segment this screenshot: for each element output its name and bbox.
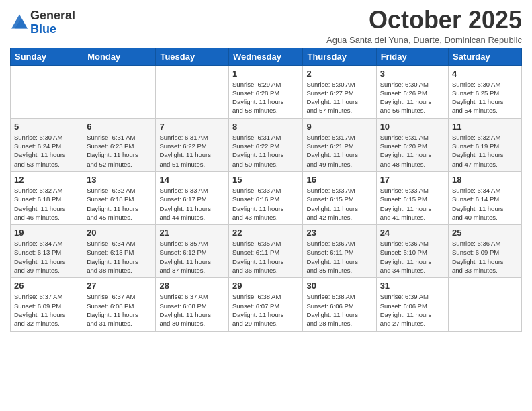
day-number: 14 <box>159 175 225 185</box>
day-info: Sunrise: 6:31 AMSunset: 6:22 PMDaylight:… <box>159 133 225 169</box>
logo: General Blue <box>10 9 75 36</box>
calendar-cell: 10Sunrise: 6:31 AMSunset: 6:20 PMDayligh… <box>376 118 448 171</box>
calendar-week-row: 12Sunrise: 6:32 AMSunset: 6:18 PMDayligh… <box>11 171 522 224</box>
calendar-cell: 29Sunrise: 6:38 AMSunset: 6:07 PMDayligh… <box>229 278 303 331</box>
subtitle: Agua Santa del Yuna, Duarte, Dominican R… <box>326 35 522 45</box>
day-info: Sunrise: 6:33 AMSunset: 6:15 PMDaylight:… <box>306 186 372 222</box>
day-info: Sunrise: 6:32 AMSunset: 6:19 PMDaylight:… <box>452 133 518 169</box>
day-number: 10 <box>380 122 445 132</box>
day-number: 15 <box>232 175 299 185</box>
day-info: Sunrise: 6:36 AMSunset: 6:09 PMDaylight:… <box>452 239 518 275</box>
calendar-cell: 22Sunrise: 6:35 AMSunset: 6:11 PMDayligh… <box>229 225 303 278</box>
logo-icon <box>11 14 28 29</box>
calendar-cell: 19Sunrise: 6:34 AMSunset: 6:13 PMDayligh… <box>11 225 83 278</box>
calendar-cell: 25Sunrise: 6:36 AMSunset: 6:09 PMDayligh… <box>449 225 522 278</box>
day-number: 11 <box>452 122 518 132</box>
day-number: 31 <box>380 281 445 291</box>
calendar-week-row: 26Sunrise: 6:37 AMSunset: 6:09 PMDayligh… <box>11 278 522 331</box>
calendar-cell: 13Sunrise: 6:32 AMSunset: 6:18 PMDayligh… <box>83 171 156 224</box>
calendar-cell <box>83 65 156 118</box>
logo-general-text: General <box>30 9 75 22</box>
calendar-week-row: 1Sunrise: 6:29 AMSunset: 6:28 PMDaylight… <box>11 65 522 118</box>
calendar-cell: 9Sunrise: 6:31 AMSunset: 6:21 PMDaylight… <box>303 118 376 171</box>
calendar-cell: 23Sunrise: 6:36 AMSunset: 6:11 PMDayligh… <box>303 225 376 278</box>
calendar-cell: 5Sunrise: 6:30 AMSunset: 6:24 PMDaylight… <box>11 118 83 171</box>
day-info: Sunrise: 6:30 AMSunset: 6:25 PMDaylight:… <box>452 80 518 116</box>
calendar-week-row: 5Sunrise: 6:30 AMSunset: 6:24 PMDaylight… <box>11 118 522 171</box>
day-number: 5 <box>14 122 79 132</box>
day-of-week-header: Wednesday <box>229 48 303 65</box>
calendar-cell: 18Sunrise: 6:34 AMSunset: 6:14 PMDayligh… <box>449 171 522 224</box>
day-number: 30 <box>306 281 372 291</box>
day-number: 2 <box>306 68 372 79</box>
calendar-header-row: SundayMondayTuesdayWednesdayThursdayFrid… <box>11 48 522 65</box>
calendar-cell: 30Sunrise: 6:38 AMSunset: 6:06 PMDayligh… <box>303 278 376 331</box>
calendar-cell: 3Sunrise: 6:30 AMSunset: 6:26 PMDaylight… <box>376 65 448 118</box>
calendar-cell: 21Sunrise: 6:35 AMSunset: 6:12 PMDayligh… <box>156 225 229 278</box>
calendar-cell: 26Sunrise: 6:37 AMSunset: 6:09 PMDayligh… <box>11 278 83 331</box>
day-number: 27 <box>87 281 152 291</box>
page: General Blue October 2025 Agua Santa del… <box>0 0 532 411</box>
calendar-cell: 11Sunrise: 6:32 AMSunset: 6:19 PMDayligh… <box>449 118 522 171</box>
day-number: 6 <box>87 122 152 132</box>
day-info: Sunrise: 6:39 AMSunset: 6:06 PMDaylight:… <box>380 292 445 328</box>
day-info: Sunrise: 6:34 AMSunset: 6:13 PMDaylight:… <box>87 239 152 275</box>
day-info: Sunrise: 6:31 AMSunset: 6:23 PMDaylight:… <box>87 133 152 169</box>
day-number: 12 <box>14 175 79 185</box>
title-block: October 2025 Agua Santa del Yuna, Duarte… <box>326 7 522 45</box>
day-number: 28 <box>159 281 225 291</box>
day-info: Sunrise: 6:33 AMSunset: 6:16 PMDaylight:… <box>232 186 299 222</box>
calendar-cell: 7Sunrise: 6:31 AMSunset: 6:22 PMDaylight… <box>156 118 229 171</box>
day-info: Sunrise: 6:32 AMSunset: 6:18 PMDaylight:… <box>87 186 152 222</box>
day-info: Sunrise: 6:31 AMSunset: 6:20 PMDaylight:… <box>380 133 445 169</box>
calendar-cell: 14Sunrise: 6:33 AMSunset: 6:17 PMDayligh… <box>156 171 229 224</box>
day-info: Sunrise: 6:32 AMSunset: 6:18 PMDaylight:… <box>14 186 79 222</box>
calendar-cell: 31Sunrise: 6:39 AMSunset: 6:06 PMDayligh… <box>376 278 448 331</box>
day-info: Sunrise: 6:33 AMSunset: 6:15 PMDaylight:… <box>380 186 445 222</box>
calendar-cell: 4Sunrise: 6:30 AMSunset: 6:25 PMDaylight… <box>449 65 522 118</box>
calendar-cell: 1Sunrise: 6:29 AMSunset: 6:28 PMDaylight… <box>229 65 303 118</box>
calendar-cell <box>449 278 522 331</box>
day-number: 20 <box>87 228 152 238</box>
logo-blue-text: Blue <box>30 22 56 36</box>
calendar-cell: 17Sunrise: 6:33 AMSunset: 6:15 PMDayligh… <box>376 171 448 224</box>
day-number: 18 <box>452 175 518 185</box>
day-number: 3 <box>380 68 445 79</box>
day-info: Sunrise: 6:38 AMSunset: 6:07 PMDaylight:… <box>232 292 299 328</box>
calendar-cell: 2Sunrise: 6:30 AMSunset: 6:27 PMDaylight… <box>303 65 376 118</box>
calendar-cell: 16Sunrise: 6:33 AMSunset: 6:15 PMDayligh… <box>303 171 376 224</box>
day-info: Sunrise: 6:30 AMSunset: 6:27 PMDaylight:… <box>306 80 372 116</box>
day-info: Sunrise: 6:34 AMSunset: 6:13 PMDaylight:… <box>14 239 79 275</box>
calendar-cell: 12Sunrise: 6:32 AMSunset: 6:18 PMDayligh… <box>11 171 83 224</box>
calendar-cell <box>156 65 229 118</box>
day-info: Sunrise: 6:30 AMSunset: 6:24 PMDaylight:… <box>14 133 79 169</box>
day-of-week-header: Sunday <box>11 48 83 65</box>
calendar-table: SundayMondayTuesdayWednesdayThursdayFrid… <box>10 48 522 332</box>
day-number: 8 <box>232 122 299 132</box>
calendar-cell: 28Sunrise: 6:37 AMSunset: 6:08 PMDayligh… <box>156 278 229 331</box>
day-number: 29 <box>232 281 299 291</box>
day-info: Sunrise: 6:36 AMSunset: 6:10 PMDaylight:… <box>380 239 445 275</box>
calendar-cell: 6Sunrise: 6:31 AMSunset: 6:23 PMDaylight… <box>83 118 156 171</box>
day-of-week-header: Thursday <box>303 48 376 65</box>
day-of-week-header: Tuesday <box>156 48 229 65</box>
month-title: October 2025 <box>326 7 522 34</box>
calendar-cell <box>11 65 83 118</box>
day-number: 13 <box>87 175 152 185</box>
day-info: Sunrise: 6:38 AMSunset: 6:06 PMDaylight:… <box>306 292 372 328</box>
day-number: 19 <box>14 228 79 238</box>
calendar-cell: 15Sunrise: 6:33 AMSunset: 6:16 PMDayligh… <box>229 171 303 224</box>
calendar-cell: 27Sunrise: 6:37 AMSunset: 6:08 PMDayligh… <box>83 278 156 331</box>
day-number: 23 <box>306 228 372 238</box>
day-info: Sunrise: 6:33 AMSunset: 6:17 PMDaylight:… <box>159 186 225 222</box>
day-number: 24 <box>380 228 445 238</box>
day-number: 22 <box>232 228 299 238</box>
calendar-cell: 20Sunrise: 6:34 AMSunset: 6:13 PMDayligh… <box>83 225 156 278</box>
day-info: Sunrise: 6:31 AMSunset: 6:21 PMDaylight:… <box>306 133 372 169</box>
day-of-week-header: Friday <box>376 48 448 65</box>
day-number: 9 <box>306 122 372 132</box>
day-number: 1 <box>232 68 299 79</box>
day-of-week-header: Saturday <box>449 48 522 65</box>
header: General Blue October 2025 Agua Santa del… <box>10 7 522 45</box>
day-number: 17 <box>380 175 445 185</box>
